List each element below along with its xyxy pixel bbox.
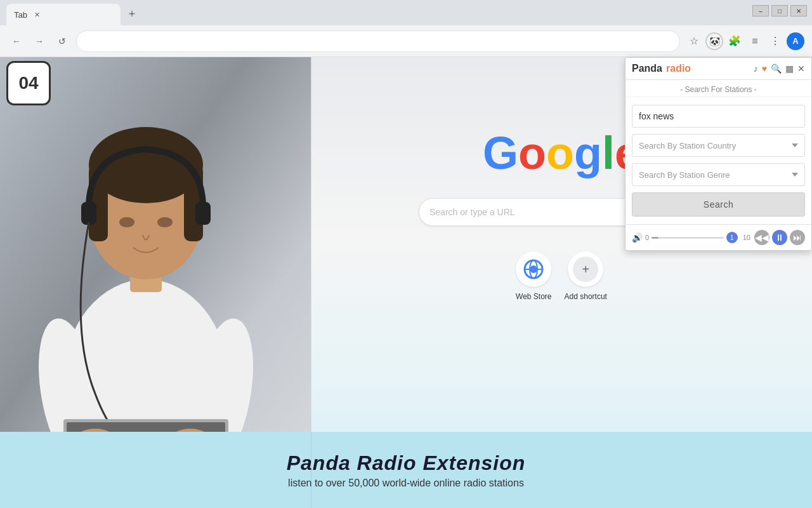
search-button[interactable]: Search <box>632 192 805 217</box>
panda-title-orange: radio <box>666 63 691 74</box>
volume-fill <box>652 237 658 239</box>
volume-min: 0 <box>645 234 649 241</box>
google-letter-l: l <box>602 128 615 178</box>
panda-popup-header: Panda radio ♪ ♥ 🔍 ▦ ✕ <box>625 58 811 80</box>
search-popup-icon[interactable]: 🔍 <box>771 64 782 74</box>
volume-section: 🔊 0 1 10 <box>632 232 750 243</box>
google-letter-g: G <box>483 128 518 178</box>
volume-max: 10 <box>743 234 750 241</box>
panda-header-icons: ♪ ♥ 🔍 ▦ ✕ <box>754 64 805 74</box>
next-button[interactable]: ⏭ <box>790 230 805 245</box>
popup-close-icon[interactable]: ✕ <box>797 64 805 74</box>
web-store-label: Web Store <box>516 292 551 301</box>
reload-button[interactable]: ↺ <box>53 32 71 50</box>
music-note-icon[interactable]: ♪ <box>754 64 758 74</box>
svg-rect-10 <box>81 202 96 225</box>
panda-body: Search By Station Country Search By Stat… <box>625 97 811 224</box>
google-letter-g2: g <box>574 128 602 178</box>
address-bar[interactable] <box>76 30 680 52</box>
heart-icon[interactable]: ♥ <box>762 64 767 74</box>
number-badge: 04 <box>6 61 51 105</box>
window-controls: – □ ✕ <box>752 5 807 17</box>
toolbar-icons: ☆ 🐼 🧩 ≡ ⋮ A <box>685 32 804 50</box>
extensions-icon[interactable]: 🧩 <box>726 32 743 50</box>
tab-bar: – □ ✕ Tab ✕ + <box>0 0 812 25</box>
svg-point-9 <box>157 217 173 227</box>
user-avatar[interactable]: A <box>787 32 804 50</box>
volume-icon: 🔊 <box>632 232 643 243</box>
banner-title: Panda Radio Extension <box>287 451 526 475</box>
minimize-button[interactable]: – <box>752 5 769 17</box>
search-placeholder: Search or type a URL <box>429 207 515 217</box>
google-letter-o2: o <box>546 128 574 178</box>
photo-divider <box>311 57 311 508</box>
svg-rect-11 <box>195 202 211 225</box>
bottom-banner: Panda Radio Extension listen to over 50,… <box>0 432 812 508</box>
google-letter-o1: o <box>518 128 546 178</box>
station-search-input[interactable] <box>632 105 805 128</box>
add-shortcut-label: Add shortcut <box>565 292 607 301</box>
bookmark-icon[interactable]: ☆ <box>685 32 703 50</box>
plus-icon: + <box>573 257 598 282</box>
new-tab-button[interactable]: + <box>123 5 141 23</box>
country-select[interactable]: Search By Station Country <box>632 134 805 157</box>
shortcuts-row: Web Store + Add shortcut <box>516 251 607 301</box>
add-shortcut-icon-circle: + <box>568 251 603 287</box>
web-store-icon-circle <box>516 251 551 287</box>
panda-icon[interactable]: 🐼 <box>705 32 723 50</box>
tab-label: Tab <box>14 10 27 20</box>
play-pause-button[interactable]: ⏸ <box>772 230 787 245</box>
volume-badge: 1 <box>726 232 738 243</box>
panda-footer: 🔊 0 1 10 ◀◀ ⏸ ⏭ <box>625 224 811 250</box>
tab-close-button[interactable]: ✕ <box>32 10 43 20</box>
player-controls: ◀◀ ⏸ ⏭ <box>754 230 805 245</box>
add-shortcut-item[interactable]: + Add shortcut <box>565 251 607 301</box>
forward-button[interactable]: → <box>30 32 48 50</box>
panda-title-black: Panda <box>632 63 662 74</box>
svg-point-8 <box>119 217 134 227</box>
more-menu-icon[interactable]: ⋮ <box>766 32 784 50</box>
web-store-shortcut[interactable]: Web Store <box>516 251 551 301</box>
panda-search-label: - Search For Stations - <box>625 80 811 97</box>
volume-slider[interactable] <box>652 237 724 239</box>
maximize-button[interactable]: □ <box>771 5 788 17</box>
panda-radio-popup: Panda radio ♪ ♥ 🔍 ▦ ✕ - Search For Stati… <box>625 57 812 251</box>
prev-button[interactable]: ◀◀ <box>754 230 769 245</box>
back-button[interactable]: ← <box>8 32 25 50</box>
menu-list-icon[interactable]: ≡ <box>746 32 764 50</box>
filter-icon[interactable]: ▦ <box>785 64 794 74</box>
banner-subtitle: listen to over 50,000 world-wide online … <box>288 478 524 489</box>
address-bar-area: ← → ↺ ☆ 🐼 🧩 ≡ ⋮ A <box>0 25 812 57</box>
close-button[interactable]: ✕ <box>790 5 807 17</box>
genre-select[interactable]: Search By Station Genre <box>632 163 805 186</box>
browser-frame: – □ ✕ Tab ✕ + ← → ↺ ☆ 🐼 🧩 ≡ ⋮ A 04 <box>0 0 812 508</box>
google-logo: Google <box>483 127 640 179</box>
active-tab[interactable]: Tab ✕ <box>6 4 121 25</box>
web-store-icon <box>523 259 544 279</box>
